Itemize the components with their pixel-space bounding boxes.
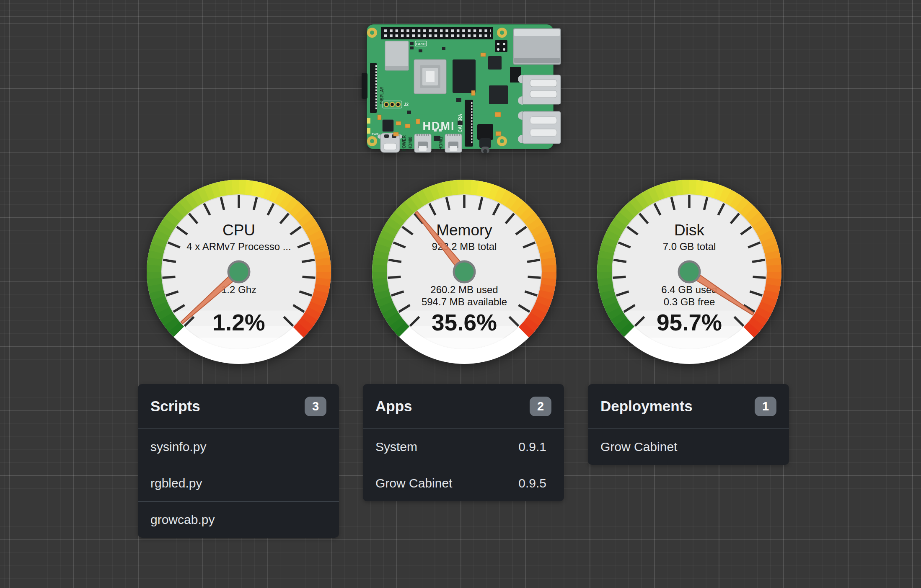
pi-label-power: POWER bbox=[402, 135, 406, 151]
gauge-memory: Memory 923.2 MB total 260.2 MB used 594.… bbox=[372, 180, 556, 364]
app-name: System bbox=[375, 440, 417, 454]
list-item-app[interactable]: System 0.9.1 bbox=[363, 428, 564, 465]
list-item-deployment[interactable]: Grow Cabinet bbox=[588, 428, 789, 465]
pi-led bbox=[367, 118, 370, 124]
pi-ram-chip bbox=[453, 59, 476, 93]
gauge-disk-needle bbox=[597, 180, 781, 364]
count-badge: 3 bbox=[305, 397, 326, 416]
script-name: rgbled.py bbox=[150, 476, 202, 490]
list-item-script[interactable]: sysinfo.py bbox=[138, 428, 339, 465]
pi-hdmi0-port bbox=[414, 134, 431, 152]
pi-camera-connector bbox=[465, 100, 473, 147]
pi-ethernet-port bbox=[513, 28, 561, 64]
count-badge: 2 bbox=[530, 397, 551, 416]
pi-sdcard-slot bbox=[362, 73, 367, 99]
list-item-script[interactable]: growcab.py bbox=[138, 501, 339, 538]
gauge-cpu-needle bbox=[147, 180, 331, 364]
pi-label-gpio: GPIO bbox=[416, 42, 426, 46]
pi-usb-controller-chip bbox=[488, 56, 502, 70]
pi-label-pwr: PWR bbox=[372, 133, 378, 136]
panel-scripts: Scripts 3 sysinfo.py rgbled.py growcab.p… bbox=[138, 384, 339, 538]
panel-apps: Apps 2 System 0.9.1 Grow Cabinet 0.9.5 bbox=[363, 384, 564, 501]
pi-usb-ports-1 bbox=[518, 75, 561, 105]
list-item-app[interactable]: Grow Cabinet 0.9.5 bbox=[363, 465, 564, 501]
pi-cpu-chip bbox=[414, 59, 446, 94]
pi-lan-chip bbox=[489, 85, 508, 104]
list-item-script[interactable]: rgbled.py bbox=[138, 465, 339, 501]
raspberry-pi-image: GPIO DISPLAY J2 bbox=[362, 23, 562, 156]
pi-hdmi1-port bbox=[445, 134, 462, 152]
pi-led-2 bbox=[367, 128, 370, 134]
panel-title: Scripts bbox=[150, 398, 200, 415]
pi-gpio-header bbox=[381, 27, 493, 39]
app-version: 0.9.1 bbox=[518, 440, 546, 454]
apps-list: System 0.9.1 Grow Cabinet 0.9.5 bbox=[363, 428, 564, 501]
panel-deployments-header: Deployments 1 bbox=[588, 384, 789, 428]
deployments-list: Grow Cabinet bbox=[588, 428, 789, 465]
panel-deployments: Deployments 1 Grow Cabinet bbox=[588, 384, 789, 465]
pi-poe-header bbox=[495, 40, 507, 52]
panel-title: Apps bbox=[375, 398, 412, 415]
gauge-cpu: CPU 4 x ARMv7 Processo ... 1.2 Ghz 1.2% bbox=[147, 180, 331, 364]
panel-apps-header: Apps 2 bbox=[363, 384, 564, 428]
script-name: sysinfo.py bbox=[150, 440, 206, 454]
gauge-memory-needle bbox=[372, 180, 556, 364]
gauge-disk: Disk 7.0 GB total 6.4 GB used 0.3 GB fre… bbox=[597, 180, 781, 364]
pi-pmic-chip bbox=[383, 120, 393, 132]
pi-usb-ports-2 bbox=[518, 111, 561, 144]
script-name: growcab.py bbox=[150, 513, 215, 527]
pi-label-hdmi0: HDMI0 bbox=[408, 137, 413, 150]
scripts-list: sysinfo.py rgbled.py growcab.py bbox=[138, 428, 339, 538]
pi-label-j2: J2 bbox=[404, 102, 409, 107]
panel-scripts-header: Scripts 3 bbox=[138, 384, 339, 428]
dashboard-root: GPIO DISPLAY J2 bbox=[0, 0, 921, 588]
app-name: Grow Cabinet bbox=[375, 476, 452, 490]
pi-display-connector bbox=[370, 63, 377, 113]
deployment-name: Grow Cabinet bbox=[600, 440, 677, 454]
count-badge: 1 bbox=[755, 397, 776, 416]
pi-label-display: DISPLAY bbox=[380, 86, 384, 104]
app-version: 0.9.5 bbox=[518, 476, 546, 490]
pi-gpio-silk: GPIO bbox=[415, 41, 427, 46]
panel-title: Deployments bbox=[600, 398, 693, 415]
